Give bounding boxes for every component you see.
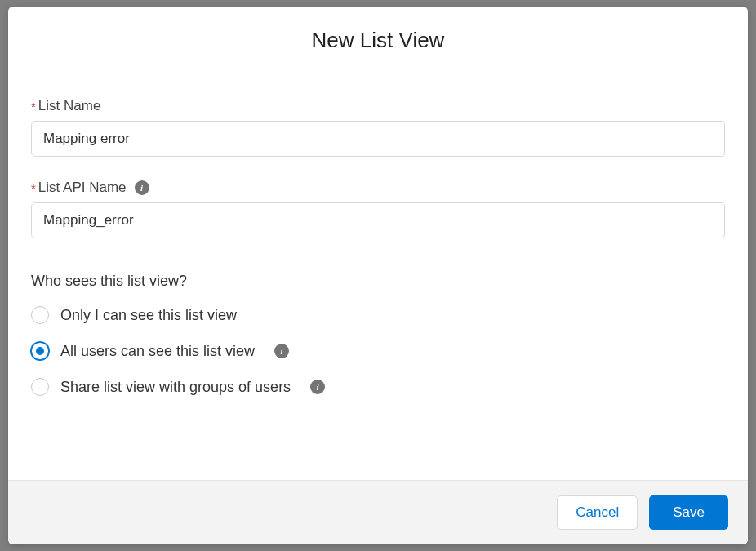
radio-label: All users can see this list view (60, 343, 255, 360)
radio-label: Share list view with groups of users (60, 379, 291, 396)
modal-footer: Cancel Save (8, 480, 748, 544)
radio-button[interactable] (31, 306, 49, 324)
list-api-name-label-text: List API Name (38, 180, 127, 196)
save-button[interactable]: Save (649, 495, 728, 530)
list-name-field-group: * List Name (31, 98, 725, 157)
radio-button[interactable] (31, 342, 49, 360)
info-icon[interactable]: i (274, 344, 289, 358)
required-mark-icon: * (31, 181, 36, 195)
radio-option-all-users[interactable]: All users can see this list view i (31, 342, 725, 360)
required-mark-icon: * (31, 100, 36, 113)
list-name-label-text: List Name (38, 98, 101, 114)
list-name-label: * List Name (31, 98, 725, 114)
list-api-name-field-group: * List API Name i (31, 180, 725, 238)
modal-body: * List Name * List API Name i Who sees t… (8, 73, 748, 480)
radio-option-only-me[interactable]: Only I can see this list view (31, 306, 725, 324)
list-api-name-input[interactable] (31, 202, 725, 238)
new-list-view-modal: New List View * List Name * List API Nam… (8, 7, 748, 544)
modal-title: New List View (24, 28, 732, 53)
radio-label: Only I can see this list view (60, 307, 237, 324)
radio-button[interactable] (31, 378, 49, 396)
modal-header: New List View (8, 7, 748, 73)
radio-dot-icon (36, 347, 44, 355)
info-icon[interactable]: i (135, 180, 149, 195)
list-name-input[interactable] (31, 121, 725, 157)
list-api-name-label: * List API Name i (31, 180, 725, 196)
radio-option-share-groups[interactable]: Share list view with groups of users i (31, 378, 725, 396)
info-icon[interactable]: i (310, 380, 325, 394)
visibility-radio-group: Only I can see this list view All users … (31, 306, 725, 396)
cancel-button[interactable]: Cancel (557, 495, 638, 530)
visibility-heading: Who sees this list view? (31, 273, 725, 290)
